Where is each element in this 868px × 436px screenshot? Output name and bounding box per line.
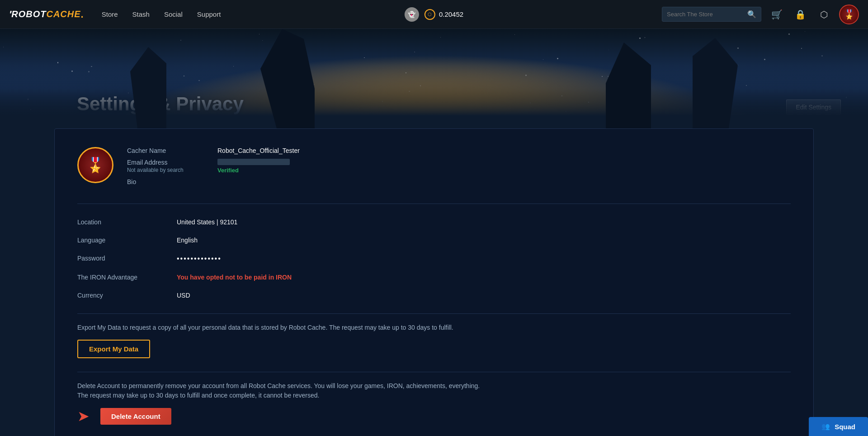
main-content: 🎖️ Cacher Name Robot_Cache_Official_Test… bbox=[0, 128, 868, 436]
star bbox=[557, 58, 558, 59]
nav-right: 🔍 🛒 🔒 ⬡ 🎖️ bbox=[662, 5, 859, 24]
navbar: ' ROBOT CACHE . Store Stash Social Suppo… bbox=[0, 0, 868, 29]
divider-3 bbox=[77, 372, 791, 372]
star bbox=[128, 92, 129, 94]
search-button[interactable]: 🔍 bbox=[747, 10, 756, 19]
star bbox=[602, 76, 603, 77]
logo-dot: . bbox=[81, 9, 84, 20]
star bbox=[801, 48, 802, 49]
star bbox=[420, 85, 421, 86]
email-row: Email Address Not available by search Ve… bbox=[127, 159, 791, 174]
star bbox=[91, 66, 92, 67]
cart-icon[interactable]: 🛒 bbox=[769, 6, 785, 23]
star bbox=[30, 109, 31, 109]
star bbox=[364, 57, 364, 58]
search-box[interactable]: 🔍 bbox=[662, 7, 761, 22]
star bbox=[259, 34, 259, 34]
location-value: United States | 92101 bbox=[177, 218, 237, 226]
email-label-group: Email Address Not available by search bbox=[127, 159, 199, 174]
divider-2 bbox=[77, 313, 791, 314]
currency-value: USD bbox=[177, 292, 190, 299]
star bbox=[645, 37, 645, 38]
nav-social[interactable]: Social bbox=[164, 10, 183, 18]
star bbox=[525, 75, 527, 76]
password-label: Password bbox=[77, 255, 177, 263]
star bbox=[382, 101, 383, 102]
star bbox=[846, 97, 847, 98]
star bbox=[514, 34, 515, 35]
star bbox=[440, 37, 441, 38]
email-redacted bbox=[217, 159, 290, 165]
nav-support[interactable]: Support bbox=[197, 10, 221, 18]
star bbox=[543, 59, 543, 60]
location-label: Location bbox=[77, 218, 177, 226]
star bbox=[28, 99, 28, 100]
currency-label: Currency bbox=[77, 292, 177, 299]
edit-settings-button[interactable]: Edit Settings bbox=[786, 100, 841, 115]
divider-1 bbox=[77, 204, 791, 204]
star bbox=[417, 117, 418, 118]
delete-wrapper: ➤ Delete Account bbox=[77, 408, 791, 425]
star bbox=[88, 71, 90, 72]
star bbox=[216, 103, 217, 104]
export-my-data-button[interactable]: Export My Data bbox=[77, 340, 150, 358]
lock-icon[interactable]: 🔒 bbox=[792, 6, 808, 23]
star-field bbox=[0, 29, 868, 128]
star bbox=[566, 111, 566, 112]
bio-row: Bio bbox=[127, 178, 791, 185]
nav-center: 👻 ⬡ 0.20452 bbox=[405, 7, 463, 22]
logo-cache: CACHE bbox=[46, 9, 80, 19]
settings-card: 🎖️ Cacher Name Robot_Cache_Official_Test… bbox=[54, 128, 814, 436]
squad-label: Squad bbox=[835, 423, 855, 431]
logo-robot: ROBOT bbox=[11, 9, 46, 19]
star bbox=[354, 123, 355, 124]
email-label: Email Address bbox=[127, 159, 199, 166]
star bbox=[788, 33, 790, 35]
password-row: Password ••••••••••••• bbox=[77, 249, 791, 268]
nav-stash[interactable]: Stash bbox=[132, 10, 150, 18]
profile-avatar: 🎖️ bbox=[77, 147, 113, 183]
star bbox=[821, 55, 823, 57]
star bbox=[3, 47, 4, 47]
star bbox=[409, 91, 410, 92]
star bbox=[542, 82, 543, 83]
iron-advantage-row: The IRON Advantage You have opted not to… bbox=[77, 268, 791, 286]
star bbox=[262, 40, 263, 41]
password-value: ••••••••••••• bbox=[177, 255, 222, 263]
star bbox=[746, 85, 746, 85]
language-value: English bbox=[177, 237, 198, 244]
star bbox=[414, 52, 415, 52]
iron-icon: ⬡ bbox=[425, 9, 435, 20]
squad-button[interactable]: 👥 Squad bbox=[809, 417, 868, 436]
star bbox=[530, 102, 531, 104]
star bbox=[639, 38, 641, 39]
user-avatar[interactable]: 🎖️ bbox=[839, 5, 859, 24]
verified-badge: Verified bbox=[217, 167, 290, 174]
star bbox=[406, 72, 406, 73]
hex-icon[interactable]: ⬡ bbox=[816, 6, 832, 23]
star bbox=[180, 40, 181, 41]
delete-account-button[interactable]: Delete Account bbox=[100, 408, 171, 425]
star bbox=[588, 102, 589, 103]
star bbox=[805, 31, 805, 32]
profile-info: Cacher Name Robot_Cache_Official_Tester … bbox=[127, 147, 791, 190]
cacher-name-value: Robot_Cache_Official_Tester bbox=[217, 147, 300, 154]
star bbox=[609, 50, 609, 50]
email-value-group: Verified bbox=[217, 159, 290, 174]
profile-header: 🎖️ Cacher Name Robot_Cache_Official_Test… bbox=[77, 147, 791, 190]
coin-ghost-icon: 👻 bbox=[405, 7, 419, 22]
star bbox=[737, 47, 739, 49]
nav-store[interactable]: Store bbox=[102, 10, 118, 18]
iron-amount: 0.20452 bbox=[439, 10, 463, 18]
bio-label: Bio bbox=[127, 178, 199, 185]
star bbox=[71, 71, 73, 72]
star bbox=[764, 59, 765, 60]
logo[interactable]: ' ROBOT CACHE . bbox=[9, 9, 84, 20]
location-row: Location United States | 92101 bbox=[77, 213, 791, 231]
search-input[interactable] bbox=[667, 11, 747, 18]
star bbox=[813, 120, 813, 120]
iron-balance: ⬡ 0.20452 bbox=[425, 9, 463, 20]
email-sublabel: Not available by search bbox=[127, 167, 199, 173]
star bbox=[184, 76, 184, 76]
language-row: Language English bbox=[77, 231, 791, 249]
